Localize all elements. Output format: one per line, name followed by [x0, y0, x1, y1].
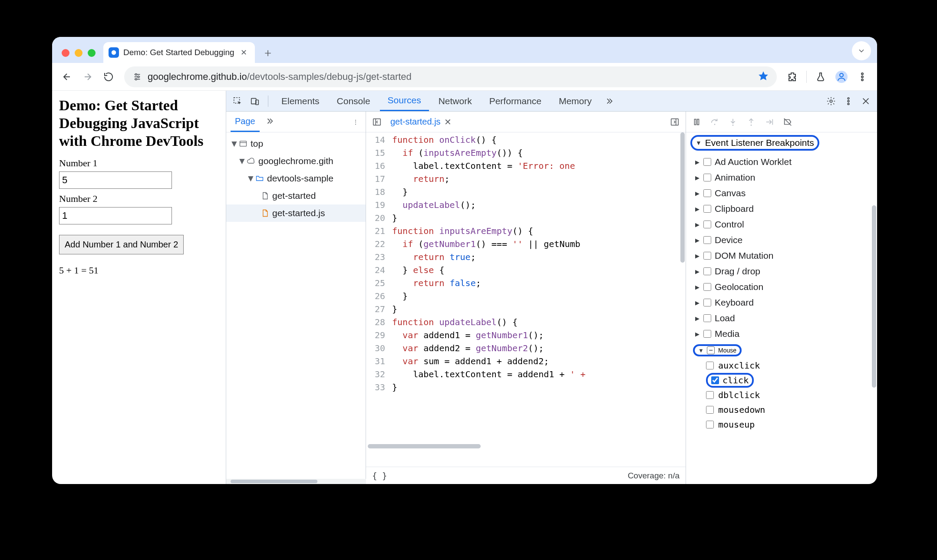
pretty-print-icon[interactable]: { }	[372, 471, 387, 481]
navigator-more-tabs[interactable]	[262, 114, 277, 130]
svg-rect-23	[240, 141, 247, 146]
event-row[interactable]: dblclick	[706, 388, 877, 402]
tab-sources[interactable]: Sources	[380, 91, 429, 111]
navigator-tab-page[interactable]: Page	[231, 112, 260, 132]
menu-button[interactable]	[853, 67, 872, 86]
category-checkbox[interactable]	[703, 267, 711, 275]
navigator-scrollbar[interactable]	[226, 479, 366, 484]
input-number2[interactable]	[59, 207, 172, 224]
profile-button[interactable]	[832, 67, 851, 86]
tree-top[interactable]: ▼ top	[226, 135, 366, 152]
step-into-button[interactable]	[727, 116, 739, 128]
more-tabs-button[interactable]	[601, 93, 617, 109]
category-checkbox[interactable]	[703, 299, 711, 306]
settings-gear-icon[interactable]	[823, 93, 839, 109]
category-row[interactable]: ▶Drag / drop	[691, 264, 877, 279]
event-checkbox[interactable]	[706, 362, 714, 369]
tab-performance[interactable]: Performance	[482, 91, 549, 111]
svg-point-8	[135, 78, 137, 80]
tree-domain[interactable]: ▼ googlechrome.gith	[226, 152, 366, 170]
minimize-window-button[interactable]	[75, 49, 82, 57]
extensions-button[interactable]	[783, 67, 802, 86]
category-row[interactable]: ▶DOM Mutation	[691, 248, 877, 264]
navigator-menu[interactable]: ⋮	[350, 116, 361, 128]
toggle-debugger-button[interactable]	[667, 115, 682, 129]
step-button[interactable]	[763, 116, 775, 128]
event-listener-breakpoints-header[interactable]: ▼ Event Listener Breakpoints	[686, 132, 877, 153]
category-mouse[interactable]: ▼ − Mouse	[686, 343, 877, 358]
tree-file-html[interactable]: get-started	[226, 187, 366, 204]
add-button[interactable]: Add Number 1 and Number 2	[59, 235, 184, 254]
category-checkbox[interactable]	[703, 252, 711, 260]
tab-elements[interactable]: Elements	[274, 91, 327, 111]
back-button[interactable]	[57, 67, 76, 86]
category-row[interactable]: ▶Clipboard	[691, 201, 877, 217]
deactivate-breakpoints-button[interactable]	[782, 116, 794, 128]
labs-button[interactable]	[811, 67, 830, 86]
category-row[interactable]: ▶Animation	[691, 170, 877, 185]
close-devtools-button[interactable]	[858, 93, 874, 109]
step-out-button[interactable]	[745, 116, 757, 128]
mixed-checkbox-icon[interactable]: −	[707, 346, 715, 354]
category-label: Drag / drop	[715, 266, 760, 277]
devtools-menu-button[interactable]	[841, 93, 856, 109]
category-row[interactable]: ▶Media	[691, 326, 877, 342]
reload-button[interactable]	[99, 67, 118, 86]
tree-folder[interactable]: ▼ devtools-sample	[226, 170, 366, 187]
tab-memory[interactable]: Memory	[551, 91, 600, 111]
category-checkbox[interactable]	[703, 314, 711, 322]
svg-point-11	[861, 73, 863, 75]
category-row[interactable]: ▶Ad Auction Worklet	[691, 154, 877, 170]
event-checkbox[interactable]	[706, 421, 714, 428]
category-row[interactable]: ▶Load	[691, 310, 877, 326]
close-window-button[interactable]	[62, 49, 69, 57]
svg-point-19	[848, 100, 849, 102]
tab-network[interactable]: Network	[431, 91, 480, 111]
editor-vscrollbar[interactable]	[680, 132, 686, 449]
category-checkbox[interactable]	[703, 205, 711, 213]
debugger-vscrollbar[interactable]	[871, 197, 877, 484]
category-checkbox[interactable]	[703, 330, 711, 338]
new-tab-button[interactable]: ＋	[259, 44, 277, 61]
editor-tab[interactable]: get-started.js ✕	[387, 117, 455, 127]
category-row[interactable]: ▶Canvas	[691, 185, 877, 201]
omnibox[interactable]: googlechrome.github.io/devtools-samples/…	[124, 66, 777, 87]
editor-hscrollbar[interactable]	[366, 443, 686, 449]
inspect-element-icon[interactable]	[230, 93, 245, 109]
event-checkbox[interactable]	[711, 376, 719, 384]
event-row[interactable]: mousedown	[706, 402, 877, 417]
close-editor-tab[interactable]: ✕	[444, 117, 452, 127]
tab-overflow-button[interactable]	[852, 41, 871, 60]
close-tab-button[interactable]: ✕	[239, 46, 249, 59]
category-checkbox[interactable]	[703, 221, 711, 228]
event-checkbox[interactable]	[706, 391, 714, 399]
category-label: Clipboard	[715, 204, 754, 214]
device-toolbar-icon[interactable]	[247, 93, 263, 109]
forward-button[interactable]	[78, 67, 97, 86]
site-settings-icon[interactable]	[132, 72, 142, 82]
browser-tab[interactable]: Demo: Get Started Debugging ✕	[103, 42, 255, 63]
tab-console[interactable]: Console	[329, 91, 378, 111]
bookmark-star-icon[interactable]	[758, 70, 769, 83]
input-number1[interactable]	[59, 171, 172, 189]
event-row[interactable]: auxclick	[706, 358, 877, 373]
event-checkbox[interactable]	[706, 406, 714, 414]
pause-resume-button[interactable]	[690, 116, 703, 128]
category-row[interactable]: ▶Geolocation	[691, 279, 877, 295]
category-row[interactable]: ▶Device	[691, 232, 877, 248]
category-checkbox[interactable]	[703, 283, 711, 291]
category-checkbox[interactable]	[703, 174, 711, 181]
category-checkbox[interactable]	[703, 189, 711, 197]
category-checkbox[interactable]	[703, 236, 711, 244]
file-icon	[260, 191, 270, 201]
step-over-button[interactable]	[709, 116, 721, 128]
category-checkbox[interactable]	[703, 158, 711, 166]
event-row[interactable]: click	[706, 373, 877, 388]
category-row[interactable]: ▶Control	[691, 217, 877, 232]
toggle-navigator-button[interactable]	[370, 115, 384, 129]
event-row[interactable]: mouseup	[706, 417, 877, 432]
maximize-window-button[interactable]	[88, 49, 96, 57]
code-editor[interactable]: 1415161718192021222324252627282930313233…	[366, 132, 686, 467]
tree-file-js[interactable]: get-started.js	[226, 204, 366, 222]
category-row[interactable]: ▶Keyboard	[691, 295, 877, 310]
